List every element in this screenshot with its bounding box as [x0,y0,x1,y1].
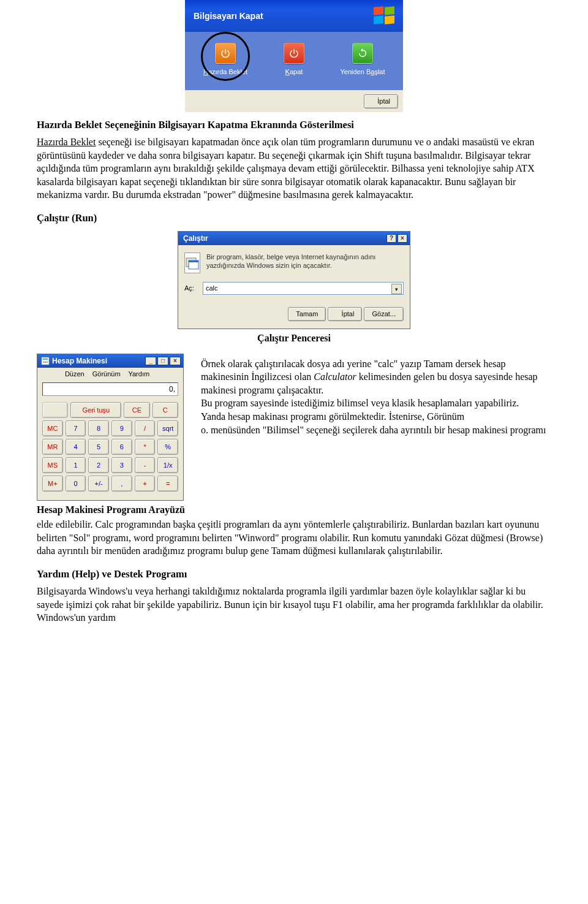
calc-key-m-[interactable]: M+ [42,476,63,492]
calc-key-0[interactable]: 0 [66,476,86,492]
caption-run: Çalıştır Penceresi [37,332,551,345]
run-browse-button[interactable]: Gözat... [364,307,404,321]
calc-key--[interactable]: +/- [88,476,109,492]
heading-run: Çalıştır (Run) [37,211,551,225]
svg-rect-3 [43,358,48,360]
restart-button[interactable]: Yeniden Başlat [337,43,389,77]
calculator-icon [41,357,50,365]
calc-key--[interactable]: = [157,476,178,492]
shutdown-titlebar: Bilgisayarı Kapat [185,0,403,32]
calc-key--[interactable]: % [157,439,178,455]
calc-key-5[interactable]: 5 [88,439,109,455]
maximize-window-button[interactable]: □ [157,357,168,365]
run-input-value: calc [206,284,218,293]
shutdown-icon [284,43,304,64]
menu-edit[interactable]: Düzen [65,370,85,378]
chevron-down-icon[interactable]: ▾ [391,284,402,294]
close-window-button[interactable]: × [170,357,181,365]
calc-key-9[interactable]: 9 [111,420,132,436]
paragraph-wrap: elde edilebilir. Calc programından başka… [37,518,551,558]
heading-help: Yardım (Help) ve Destek Programı [37,568,551,581]
calculator-titlebar: Hesap Makinesi _ □ × [37,354,183,368]
calc-key--[interactable]: * [135,439,156,455]
calc-key-1-x[interactable]: 1/x [157,457,178,473]
paragraph-calc-text: Örnek olarak çalıştırılacak dosya adı ye… [201,357,551,437]
calculator-title-text: Hesap Makinesi [52,356,107,366]
run-input[interactable]: calc ▾ [203,282,404,295]
run-open-label: Aç: [184,284,199,293]
calculator-display: 0, [42,382,178,396]
calc-key--[interactable]: - [135,457,156,473]
calc-key--[interactable]: / [135,420,156,436]
close-window-button[interactable]: × [398,234,407,243]
shutdown-label: Kapat [285,68,303,75]
calc-key-8[interactable]: 8 [88,420,109,436]
svg-point-4 [43,362,45,363]
calc-key-blank [42,402,68,418]
menu-view[interactable]: Görünüm [92,370,121,378]
shutdown-dialog: Bilgisayarı Kapat Hazırda Beklet Kapat [185,0,403,112]
run-description: Bir program, klasör, belge veya Internet… [206,253,404,270]
calc-key-geri-tu-u[interactable]: Geri tuşu [70,402,121,418]
calc-key-6[interactable]: 6 [111,439,132,455]
calculator-menubar: Düzen Görünüm Yardım [37,368,183,381]
shutdown-button[interactable]: Kapat [268,43,320,77]
calc-key-2[interactable]: 2 [88,457,109,473]
heading-standby: Hazırda Beklet Seçeneğinin Bilgisayarı K… [37,118,551,132]
run-title-text: Çalıştır [183,234,208,243]
shutdown-cancel-button[interactable]: İptal [364,94,398,108]
run-app-icon [184,253,200,273]
calc-key-sqrt[interactable]: sqrt [157,420,178,436]
calc-key--[interactable]: , [111,476,132,492]
calc-key-mr[interactable]: MR [42,439,63,455]
calc-key-ms[interactable]: MS [42,457,63,473]
run-dialog: Çalıştır ? × Bir program, klasör, belge … [178,231,410,329]
shutdown-title-text: Bilgisayarı Kapat [194,10,263,22]
calc-key-c[interactable]: C [153,402,178,418]
calculator-window: Hesap Makinesi _ □ × Düzen Görünüm Yardı… [37,354,184,501]
caption-calculator: Hesap Makinesi Programı Arayüzü [37,503,185,517]
windows-flag-icon [372,6,397,26]
run-ok-button[interactable]: Tamam [288,307,326,321]
calc-key-ce[interactable]: CE [124,402,149,418]
calc-key-mc[interactable]: MC [42,420,63,436]
paragraph-standby: Hazırda Beklet seçeneği ise bilgisayarı … [37,135,551,202]
standby-button[interactable]: Hazırda Beklet [200,43,252,77]
paragraph-help: Bilgisayarda Windows'u veya herhangi tak… [37,585,551,625]
highlight-ring [201,32,250,81]
minimize-window-button[interactable]: _ [145,357,156,365]
menu-help[interactable]: Yardım [128,370,149,378]
calc-key-3[interactable]: 3 [111,457,132,473]
run-titlebar: Çalıştır ? × [178,232,410,245]
calc-key-4[interactable]: 4 [66,439,86,455]
restart-label: Yeniden Başlat [340,68,385,75]
calculator-buttons: Geri tuşuCECMC789/sqrtMR456*%MS123-1/xM+… [37,398,183,500]
svg-point-5 [45,362,46,363]
help-window-button[interactable]: ? [386,234,396,243]
calc-key-1[interactable]: 1 [66,457,86,473]
restart-icon [352,43,373,64]
calc-key-7[interactable]: 7 [66,420,86,436]
run-cancel-button[interactable]: İptal [328,307,362,321]
calc-key--[interactable]: + [135,476,156,492]
svg-point-6 [47,362,48,363]
